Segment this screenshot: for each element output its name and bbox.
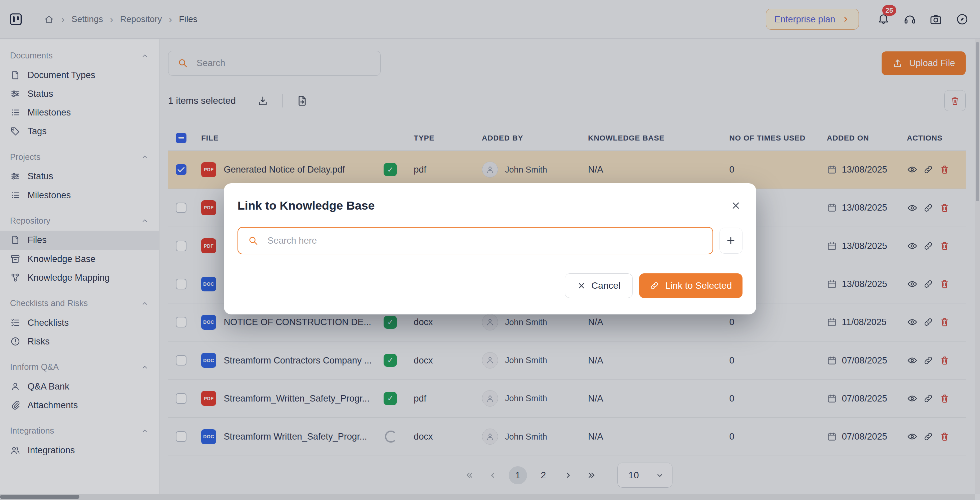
modal-title: Link to Knowledge Base xyxy=(237,199,375,212)
x-icon xyxy=(577,281,586,290)
close-icon xyxy=(730,200,741,211)
modal-search-input[interactable] xyxy=(267,235,703,246)
modal-search-box xyxy=(237,227,713,254)
add-knowledge-base-button[interactable] xyxy=(719,228,743,254)
link-to-selected-label: Link to Selected xyxy=(665,280,732,291)
plus-icon xyxy=(725,235,737,246)
cancel-label: Cancel xyxy=(592,280,620,291)
search-icon xyxy=(248,235,259,246)
modal-close-button[interactable] xyxy=(730,199,743,212)
cancel-button[interactable]: Cancel xyxy=(565,273,633,299)
link-to-selected-button[interactable]: Link to Selected xyxy=(639,273,743,299)
app-window: › Settings › Repository › Files Enterpri… xyxy=(0,0,980,500)
link-icon xyxy=(649,281,659,291)
link-to-knowledge-base-modal: Link to Knowledge Base Cancel Link to Se… xyxy=(224,183,756,315)
